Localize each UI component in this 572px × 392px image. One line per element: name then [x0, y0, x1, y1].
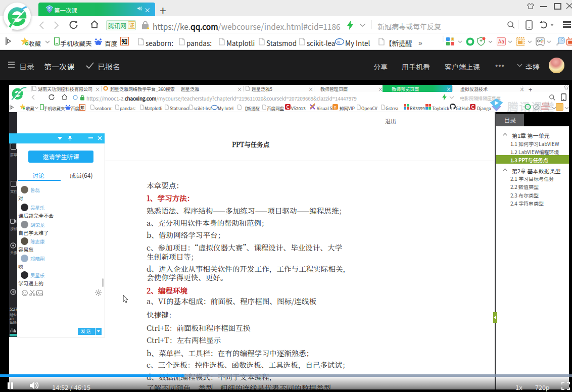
- svg-text:in: in: [337, 40, 340, 44]
